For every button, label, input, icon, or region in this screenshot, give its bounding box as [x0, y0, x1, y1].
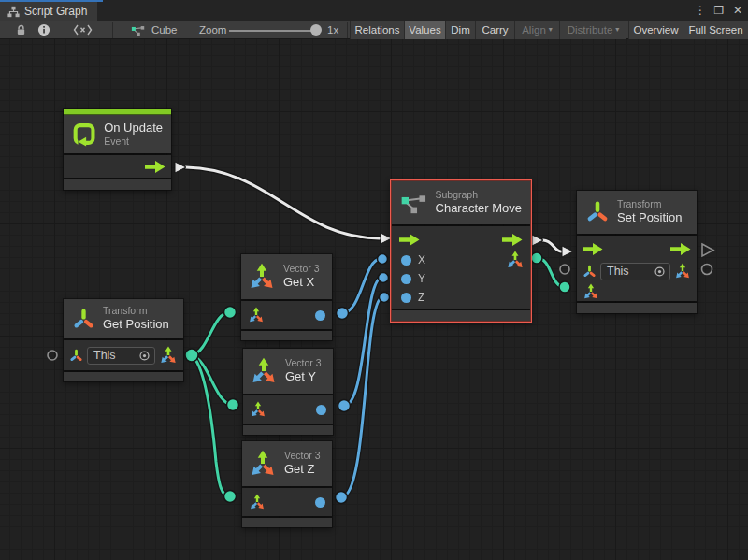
vector3-output-port[interactable] — [159, 346, 178, 365]
node-get-position[interactable]: Transform Get Position This — [64, 299, 183, 381]
info-button[interactable] — [37, 21, 50, 39]
relations-button[interactable]: Relations — [350, 21, 404, 39]
transform-icon — [72, 308, 95, 331]
close-icon[interactable]: ✕ — [731, 4, 744, 17]
node-on-update[interactable]: On Update Event — [64, 109, 171, 190]
wire-getx-to-charactermove-x[interactable] — [337, 254, 388, 320]
script-graph-window: Script Graph ⋮ ❒ ✕ — [0, 0, 748, 560]
wire-charactermove-to-setposition-value[interactable] — [531, 252, 570, 293]
control-output-port[interactable] — [502, 234, 523, 246]
edit-source-button[interactable] — [73, 21, 93, 39]
vector3-input-port[interactable] — [583, 283, 599, 300]
loop-event-icon — [72, 121, 96, 148]
getposition-target-port-hint[interactable] — [48, 351, 57, 360]
node-footer — [577, 303, 697, 313]
node-header: Transform Set Position — [577, 191, 697, 234]
overview-button[interactable]: Overview — [628, 21, 683, 39]
node-subtitle: Event — [104, 136, 163, 148]
zoom-slider-knob[interactable] — [310, 24, 322, 36]
wire-getz-to-charactermove-z[interactable] — [336, 293, 390, 504]
transform-input-port[interactable] — [583, 265, 597, 279]
node-title: Character Move — [436, 201, 522, 216]
control-input-port[interactable] — [399, 234, 420, 246]
node-category: Vector 3 — [285, 357, 322, 369]
node-category: Vector 3 — [284, 450, 321, 462]
toolbar-separator — [347, 22, 348, 38]
value-input-port-y[interactable] — [401, 274, 411, 284]
vector3-port[interactable] — [674, 263, 691, 280]
node-get-y[interactable]: Vector 3 Get Y — [243, 349, 333, 435]
zoom-control: Zoom — [199, 21, 226, 39]
value-output-port[interactable] — [316, 405, 326, 415]
port-label: X — [418, 253, 425, 266]
carry-button[interactable]: Carry — [475, 21, 514, 39]
value-output-port[interactable] — [315, 497, 325, 508]
node-header: On Update Event — [64, 115, 171, 153]
node-ports: X Y Z — [392, 226, 530, 309]
target-object-field[interactable]: This — [87, 347, 155, 365]
vector3-input-port[interactable] — [249, 494, 266, 510]
window-controls: ⋮ ❒ ✕ — [694, 0, 744, 21]
dim-button[interactable]: Dim — [445, 21, 475, 39]
node-ports — [64, 155, 171, 178]
node-footer — [392, 310, 530, 321]
lock-button[interactable] — [15, 21, 27, 39]
graph-canvas[interactable]: On Update Event Subg — [0, 39, 748, 560]
lock-icon — [15, 23, 27, 36]
control-input-port[interactable] — [583, 243, 603, 255]
value-output-port[interactable] — [315, 310, 325, 321]
node-get-x[interactable]: Vector 3 Get X — [241, 254, 332, 340]
object-picker-icon[interactable] — [654, 266, 666, 278]
maximize-icon[interactable]: ❒ — [712, 4, 726, 17]
wire-getposition-to-getx[interactable] — [192, 307, 237, 356]
vector3-icon — [250, 357, 278, 385]
setposition-target-port-hint[interactable] — [560, 265, 569, 274]
wire-onupdate-to-charactermove[interactable] — [175, 162, 392, 244]
node-footer — [242, 518, 332, 527]
node-title: Get Y — [285, 369, 322, 384]
node-get-z[interactable]: Vector 3 Get Z — [242, 441, 332, 527]
values-button[interactable]: Values — [404, 21, 445, 39]
value-input-port-z[interactable] — [401, 293, 411, 303]
transform-input-port[interactable] — [69, 349, 83, 363]
control-output-port[interactable] — [670, 243, 691, 255]
node-category: Transform — [617, 198, 682, 210]
script-graph-icon — [7, 6, 20, 18]
target-object-field[interactable]: This — [600, 263, 670, 280]
transform-icon — [585, 200, 610, 224]
setposition-control-out-hint[interactable] — [702, 244, 713, 256]
node-set-position[interactable]: Transform Set Position — [577, 191, 697, 313]
subgraph-icon — [400, 192, 428, 215]
graph-breadcrumb[interactable]: Cube — [131, 21, 178, 39]
chevron-down-icon: ▾ — [549, 21, 553, 39]
graph-asset-icon — [131, 24, 146, 36]
tab-title: Script Graph — [24, 5, 87, 18]
node-ports: This — [577, 236, 697, 301]
vector3-output-port[interactable] — [506, 251, 525, 269]
node-header: Vector 3 Get Z — [242, 441, 332, 486]
wire-getposition-to-getz[interactable] — [185, 349, 237, 503]
setposition-value-out-hint[interactable] — [702, 265, 712, 275]
node-ports: This — [64, 340, 183, 370]
vector3-input-port[interactable] — [248, 307, 265, 323]
port-label: Y — [418, 272, 425, 285]
control-output-port[interactable] — [145, 161, 165, 173]
value-input-port-x[interactable] — [401, 255, 411, 266]
info-icon — [37, 23, 50, 36]
distribute-dropdown[interactable]: Distribute ▾ — [559, 21, 626, 39]
node-character-move[interactable]: Subgraph Character Move X — [390, 179, 532, 323]
object-picker-icon[interactable] — [138, 350, 151, 362]
menu-icon[interactable]: ⋮ — [694, 4, 707, 17]
fullscreen-button[interactable]: Full Screen — [683, 21, 748, 39]
tab-script-graph[interactable]: Script Graph — [0, 2, 97, 21]
chevron-down-icon: ▾ — [615, 21, 619, 39]
code-icon — [73, 24, 93, 36]
vector3-input-port[interactable] — [250, 401, 266, 418]
zoom-slider-track[interactable] — [229, 30, 313, 32]
toolbar-separator — [112, 22, 113, 38]
node-title: On Update — [104, 121, 163, 136]
node-header: Transform Get Position — [64, 299, 183, 338]
node-category: Transform — [103, 305, 169, 317]
node-header: Vector 3 Get X — [241, 254, 332, 299]
align-dropdown[interactable]: Align ▾ — [514, 21, 559, 39]
